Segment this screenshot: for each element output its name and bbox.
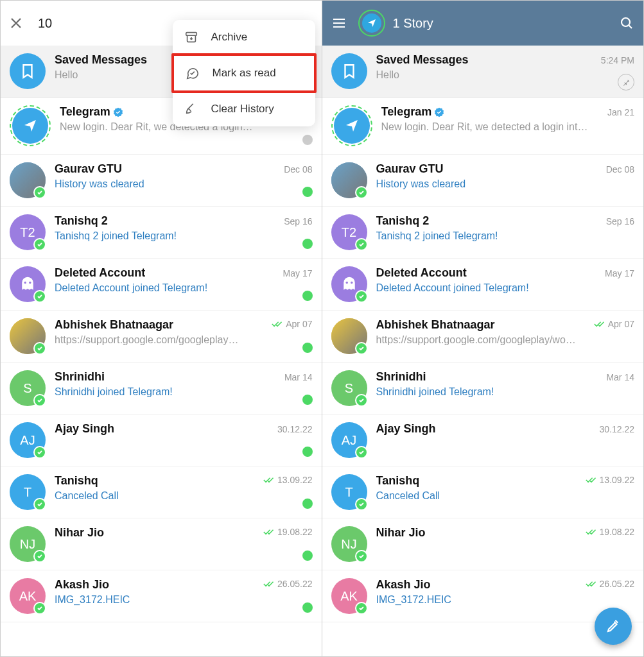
read-checks-icon — [586, 527, 597, 536]
hamburger-icon[interactable] — [331, 15, 347, 31]
read-checks-icon — [263, 579, 275, 588]
chat-date: Mar 14 — [284, 372, 313, 382]
chat-row[interactable]: S Shrinidhi Mar 14 Shrinidhi joined Tele… — [322, 363, 644, 414]
chat-preview: History was cleared — [376, 178, 635, 190]
avatar-initials: T — [331, 474, 367, 510]
chat-name: Akash Jio — [55, 578, 109, 592]
svg-point-3 — [622, 18, 630, 26]
context-menu: Archive Mark as read Clear History — [173, 20, 315, 126]
chat-date: 30.12.22 — [277, 424, 313, 434]
avatar-telegram-icon — [10, 105, 51, 146]
unread-dot — [302, 550, 313, 561]
avatar-initials: AJ — [10, 422, 46, 458]
verified-icon — [113, 107, 123, 117]
chat-name: Nihar Jio — [55, 526, 104, 540]
svg-rect-2 — [186, 33, 196, 36]
svg-point-0 — [24, 282, 27, 284]
avatar-ghost-icon — [331, 266, 367, 302]
chat-name: Deleted Account — [376, 266, 467, 280]
chat-preview: Canceled Call — [55, 490, 313, 502]
chat-row[interactable]: Deleted Account May 17 Deleted Account j… — [322, 259, 644, 311]
avatar-photo — [10, 318, 46, 354]
menu-archive[interactable]: Archive — [173, 20, 315, 55]
avatar-photo — [10, 162, 46, 198]
unread-dot — [302, 187, 313, 197]
chat-name: Deleted Account — [55, 266, 145, 280]
chat-preview: Deleted Account joined Telegram! — [376, 282, 635, 294]
read-checks-icon — [263, 527, 275, 536]
chat-name: Gaurav GTU — [376, 162, 444, 176]
avatar-telegram-icon — [331, 105, 372, 146]
selected-count: 10 — [38, 16, 52, 31]
chat-date: 5:24 PM — [601, 55, 634, 65]
chat-row[interactable]: AK Akash Jio 26.05.22 IMG_3172.HEIC — [322, 570, 644, 622]
chat-list[interactable]: Saved Messages 5:24 PM Hello Telegram Ja… — [322, 46, 644, 622]
chat-preview: https://support.google.com/googleplay… — [55, 334, 313, 346]
chat-name: Ajay Singh — [55, 422, 114, 436]
chat-preview: New login. Dear Rit, we detected a login… — [381, 121, 635, 133]
chat-row[interactable]: AJ Ajay Singh 30.12.22 — [1, 414, 322, 466]
unread-dot — [302, 135, 313, 145]
chat-date: May 17 — [605, 268, 634, 278]
chat-name: Abhishek Bhatnaagar — [376, 318, 495, 332]
chat-preview: Deleted Account joined Telegram! — [55, 282, 313, 294]
chat-row[interactable]: AK Akash Jio 26.05.22 IMG_3172.HEIC — [1, 570, 322, 622]
chat-row[interactable]: S Shrinidhi Mar 14 Shrinidhi joined Tele… — [1, 363, 322, 414]
chat-preview: Shrinidhi joined Telegram! — [55, 386, 313, 398]
chat-row[interactable]: T Tanishq 13.09.22 Canceled Call — [322, 466, 644, 518]
chat-preview: IMG_3172.HEIC — [55, 594, 313, 606]
avatar-initials: S — [331, 370, 367, 406]
chat-date: Apr 07 — [608, 319, 634, 329]
chat-row[interactable]: Abhishek Bhatnaagar Apr 07 https://suppo… — [1, 311, 322, 363]
chat-name: Saved Messages — [55, 53, 147, 67]
avatar-initials: AK — [10, 578, 46, 614]
avatar-initials: AJ — [331, 422, 367, 458]
chat-name: Tanishq — [376, 474, 420, 488]
chat-row[interactable]: NJ Nihar Jio 19.08.22 — [322, 518, 644, 570]
chat-date: 30.12.22 — [600, 424, 635, 434]
chat-row[interactable]: T Tanishq 13.09.22 Canceled Call — [1, 466, 322, 518]
chat-name: Abhishek Bhatnaagar — [55, 318, 173, 332]
chat-row[interactable]: T2 Tanishq 2 Sep 16 Tanishq 2 joined Tel… — [322, 207, 644, 259]
close-icon[interactable] — [10, 17, 22, 30]
chat-row[interactable]: T2 Tanishq 2 Sep 16 Tanishq 2 joined Tel… — [1, 207, 322, 259]
compose-fab[interactable] — [595, 608, 632, 645]
menu-mark-as-read[interactable]: Mark as read — [171, 53, 317, 93]
chat-row[interactable]: Saved Messages 5:24 PM Hello — [322, 46, 644, 98]
story-ring-icon[interactable] — [358, 10, 385, 37]
chat-date: 19.08.22 — [600, 527, 635, 537]
chat-row[interactable]: Gaurav GTU Dec 08 History was cleared — [1, 155, 322, 207]
chat-name: Nihar Jio — [376, 526, 426, 540]
chat-name: Saved Messages — [376, 53, 469, 67]
chat-date: 19.08.22 — [277, 527, 313, 537]
chat-preview: https://support.google.com/googleplay/wo… — [376, 334, 635, 346]
chat-preview: Tanishq 2 joined Telegram! — [55, 230, 313, 242]
chat-row[interactable]: Telegram Jan 21 New login. Dear Rit, we … — [322, 98, 644, 155]
avatar-initials: AK — [331, 578, 367, 614]
chat-row[interactable]: AJ Ajay Singh 30.12.22 — [322, 414, 644, 466]
unread-dot — [302, 499, 313, 509]
avatar-saved-icon — [10, 53, 46, 89]
chat-row[interactable]: NJ Nihar Jio 19.08.22 — [1, 518, 322, 570]
chat-date: 13.09.22 — [600, 475, 635, 485]
chat-date: Mar 14 — [606, 372, 634, 382]
chat-name: Tanishq — [55, 474, 98, 488]
menu-clear-history[interactable]: Clear History — [173, 92, 315, 126]
screenshot-right: 1 Story Saved Messages 5:24 PM Hello Tel… — [322, 1, 644, 656]
unread-dot — [302, 343, 313, 353]
avatar-saved-icon — [331, 53, 367, 89]
unread-dot — [302, 447, 313, 457]
chat-row[interactable]: Deleted Account May 17 Deleted Account j… — [1, 259, 322, 311]
avatar-ghost-icon — [10, 266, 46, 302]
avatar-initials: NJ — [10, 526, 46, 562]
chat-row[interactable]: Abhishek Bhatnaagar Apr 07 https://suppo… — [322, 311, 644, 363]
chat-name: Gaurav GTU — [55, 162, 122, 176]
chat-row[interactable]: Gaurav GTU Dec 08 History was cleared — [322, 155, 644, 207]
chat-list[interactable]: Saved Messages Hello Telegram New login.… — [1, 46, 322, 622]
chat-date: Sep 16 — [284, 216, 312, 226]
header-title: 1 Story — [393, 16, 620, 31]
pin-icon — [618, 74, 634, 90]
search-icon[interactable] — [619, 15, 634, 31]
unread-dot — [302, 602, 313, 613]
chat-preview: Canceled Call — [376, 490, 635, 502]
